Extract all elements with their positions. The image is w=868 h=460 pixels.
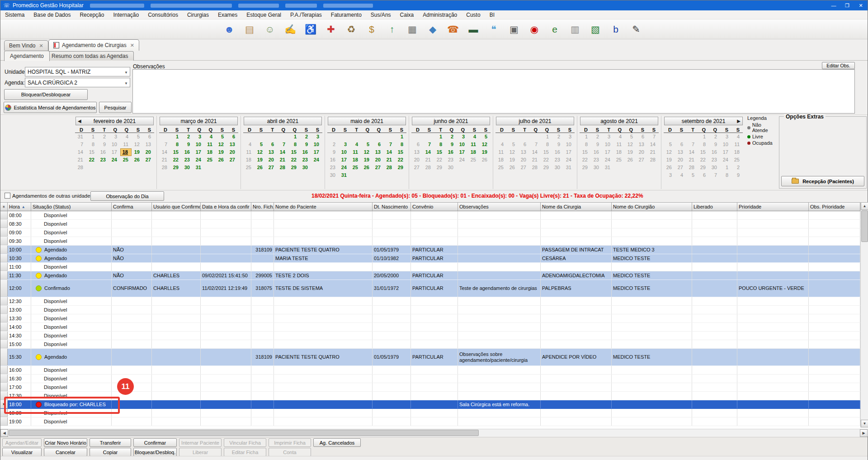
menu-item-bi[interactable]: BI	[485, 12, 499, 18]
calendar-day[interactable]: 26	[216, 156, 227, 164]
calendar-day[interactable]: 19	[132, 148, 143, 156]
confirmar-button[interactable]: Confirmar	[133, 438, 177, 447]
calendar-day[interactable]: 7	[75, 141, 86, 148]
calendar-day[interactable]: 11	[495, 148, 507, 156]
calendar-day[interactable]: 29	[580, 164, 591, 171]
calendar-day[interactable]: 15	[580, 148, 591, 156]
table-row[interactable]: 18:30Disponível	[0, 409, 868, 417]
calendar-day[interactable]: 27	[373, 164, 384, 171]
calendar-day[interactable]: 12	[479, 141, 491, 148]
calendar-day[interactable]: 31	[193, 164, 204, 171]
calendar-day[interactable]: 3	[602, 133, 613, 141]
calendar-day[interactable]: 2	[552, 133, 563, 141]
calendar-day[interactable]: 6	[266, 141, 277, 148]
calendar-day[interactable]: 6	[518, 141, 529, 148]
calendar-day[interactable]: 17	[193, 148, 204, 156]
table-row[interactable]: 11:00Disponível	[0, 263, 868, 271]
calendar-day[interactable]: 9	[731, 171, 743, 179]
calendar-day[interactable]: 17	[339, 156, 350, 164]
supplies-icon[interactable]: ♻	[344, 22, 359, 37]
bi-icon[interactable]: b	[609, 22, 623, 37]
calendar-day[interactable]: 28	[75, 164, 86, 171]
calendar-day[interactable]: 21	[384, 156, 395, 164]
table-row[interactable]: 15:00Disponível	[0, 340, 868, 349]
calendar-day[interactable]: 18	[495, 156, 507, 164]
column-header-confirma[interactable]: Confirma	[112, 203, 152, 211]
calendar-day[interactable]: 8	[288, 141, 300, 148]
scroll-left-icon[interactable]: ◀	[0, 429, 8, 437]
table-row[interactable]: 14:30Disponível	[0, 332, 868, 340]
month-header[interactable]: setembro de 2021▶	[664, 117, 743, 125]
calendar-day[interactable]: 22	[170, 156, 182, 164]
calendar-day[interactable]: 10	[602, 141, 613, 148]
calendar-day[interactable]: 13	[518, 148, 529, 156]
criar-novo-hor-rio-button[interactable]: Criar Novo Horário	[44, 438, 87, 447]
month-header[interactable]: maio de 2021	[328, 117, 406, 125]
menu-item-sus-ans[interactable]: Sus/Ans	[366, 12, 396, 18]
calendar-day[interactable]: 3	[563, 133, 575, 141]
scroll-up-icon[interactable]: ▲	[861, 202, 868, 210]
calendar-day[interactable]: 23	[709, 156, 720, 164]
calendar-day[interactable]: 2	[591, 133, 602, 141]
calendar-day[interactable]: 9	[709, 141, 720, 148]
subtab-resumo-com-todas-as-agendas[interactable]: Resumo com todas as Agendas	[46, 51, 134, 61]
finance-chart-icon[interactable]: ↑	[385, 22, 399, 37]
ambulance-icon[interactable]: ✚	[324, 22, 338, 37]
calendar-day[interactable]: 29	[434, 164, 445, 171]
menu-item-sistema[interactable]: Sistema	[0, 12, 29, 18]
calendar-day[interactable]: 8	[434, 141, 445, 148]
vertical-scroll-thumb[interactable]	[861, 210, 868, 242]
calendar-day[interactable]: 5	[507, 141, 518, 148]
calendar-day[interactable]: 5	[625, 133, 636, 141]
calendar-day[interactable]: 27	[227, 156, 238, 164]
menu-item-caixa[interactable]: Caixa	[396, 12, 419, 18]
calendar-day[interactable]: 31	[339, 171, 350, 179]
calendar-day[interactable]: 3	[457, 133, 468, 141]
calendar-day[interactable]: 19	[625, 148, 636, 156]
table-row[interactable]: 10:00AgendadoNÃO318109PACIENTE TESTE QUA…	[0, 246, 868, 254]
unidade-select[interactable]: HOSPITAL SQL - MATRIZ ▼	[25, 67, 130, 76]
calendar-day[interactable]: 21	[686, 156, 698, 164]
month-header[interactable]: março de 2021	[160, 117, 238, 125]
row-selector[interactable]	[0, 366, 8, 374]
calendar-day[interactable]: 7	[159, 141, 170, 148]
calendar-day[interactable]: 13	[266, 148, 277, 156]
calendar-day[interactable]: 15	[170, 148, 182, 156]
spreadsheet-icon[interactable]: ▧	[588, 22, 603, 37]
calendar-day[interactable]: 2	[98, 133, 109, 141]
calendar-day[interactable]: 20	[636, 148, 647, 156]
menu-item-administra-o[interactable]: Administração	[418, 12, 462, 18]
row-selector[interactable]	[0, 228, 8, 237]
calendar-day[interactable]: 27	[411, 164, 423, 171]
calendar-day[interactable]: 21	[75, 156, 86, 164]
calendar-day[interactable]: 14	[529, 148, 541, 156]
day-observation-button[interactable]: Observação do Dia	[90, 191, 164, 201]
menu-item-estoque-geral[interactable]: Estoque Geral	[242, 12, 286, 18]
table-row[interactable]: 10:30AgendadoNÃOMARIA TESTE01/10/1982PAR…	[0, 254, 868, 263]
calendar-day[interactable]: 7	[277, 141, 288, 148]
calendar-day[interactable]: 15	[288, 148, 300, 156]
calendar-day[interactable]: 22	[86, 156, 98, 164]
calendar-day[interactable]: 23	[327, 164, 339, 171]
calendar-day[interactable]: 4	[243, 141, 255, 148]
calendar-day[interactable]: 21	[277, 156, 288, 164]
edoc-icon[interactable]: e	[547, 22, 562, 37]
calendar-day[interactable]: 4	[495, 141, 507, 148]
monthly-stats-button[interactable]: Estatística Mensal de Agendamentos	[4, 102, 97, 113]
calendar-day[interactable]: 5	[664, 141, 675, 148]
calendar-day[interactable]: 29	[288, 164, 300, 171]
calendar-day[interactable]: 9	[445, 141, 457, 148]
table-row[interactable]: 13:30Disponível	[0, 314, 868, 323]
calendar-day[interactable]: 6	[373, 141, 384, 148]
calendar-day[interactable]: 12	[664, 148, 675, 156]
calendar-day[interactable]: 20	[411, 156, 423, 164]
calendar-day[interactable]: 8	[170, 141, 182, 148]
table-row[interactable]: 11:30AgendadoNÃOCHARLLES09/02/2021 15:41…	[0, 271, 868, 280]
doctor-icon[interactable]: ☺	[263, 22, 277, 37]
calendar-day[interactable]: 26	[132, 156, 143, 164]
calendar-day[interactable]: 5	[686, 171, 698, 179]
calendar-day[interactable]: 27	[675, 164, 686, 171]
menu-item-interna-o[interactable]: Internação	[108, 12, 143, 18]
calendar-day[interactable]: 16	[552, 148, 563, 156]
calendar-day[interactable]: 8	[395, 141, 406, 148]
